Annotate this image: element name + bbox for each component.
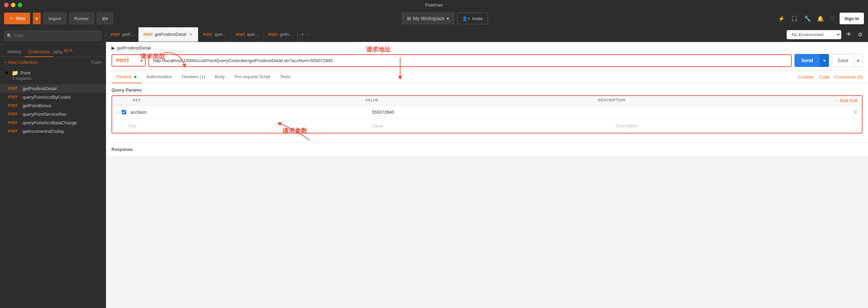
tab-name: quer...: [214, 32, 226, 37]
tab-method: POST: [143, 33, 153, 37]
window-title: Postman: [425, 2, 443, 8]
method-badge: POST: [8, 95, 21, 99]
titlebar: Postman: [0, 0, 868, 10]
trash-button[interactable]: Trash: [90, 60, 102, 65]
eye-icon[interactable]: 👁: [845, 30, 853, 39]
row-handle-icon: ≡: [116, 110, 119, 115]
add-tab-icon[interactable]: +: [301, 31, 304, 38]
param-key-placeholder[interactable]: Key: [127, 121, 371, 131]
param-value-placeholder[interactable]: Value: [371, 121, 614, 131]
cookies-link[interactable]: Cookies: [798, 74, 814, 80]
tab-2[interactable]: POST getProdInstDetail ✕: [139, 27, 198, 42]
tabs-right: No Environment 👁 ⚙: [787, 30, 868, 39]
method-select-wrap: POST GET PUT DELETE ▾: [111, 54, 146, 67]
workspace-button[interactable]: ⊞ My Workspace ▾: [402, 13, 454, 24]
params-header: KEY VALUE DESCRIPTION ··· Bulk Edit: [112, 96, 862, 106]
invite-icon: 👤+: [462, 16, 470, 21]
request-item[interactable]: POST queryPointServiceRec: [0, 110, 106, 118]
query-params-title: Query Params: [111, 83, 863, 95]
new-collection-button[interactable]: + New Collection: [4, 60, 38, 65]
breadcrumb-arrow: ▶: [111, 45, 115, 51]
collection-sub: 6 requests: [4, 76, 102, 81]
bell-icon[interactable]: 🔔: [816, 14, 825, 23]
tabs-actions: + ···: [298, 31, 315, 38]
tabs-bar: POST getP... POST getProdInstDetail ✕ PO…: [106, 27, 868, 42]
toolbar-right: ⚡ 🎧 🔧 🔔 ♡ Sign In: [777, 13, 864, 24]
search-icon: 🔍: [7, 33, 12, 38]
col-value-header: VALUE: [365, 98, 598, 103]
row-delete-button[interactable]: ✕: [853, 109, 858, 115]
request-item[interactable]: POST getIncomeAndOutlay: [0, 127, 106, 136]
request-name: getProdInstDetail: [23, 86, 57, 91]
request-list: POST getProdInstDetail POST queryPointAc…: [0, 83, 106, 137]
runner-button[interactable]: Runner: [69, 13, 94, 24]
tab-name: getP...: [122, 32, 133, 37]
fullscreen-button[interactable]: [18, 3, 22, 7]
tab-body[interactable]: Body: [210, 71, 230, 83]
collection-header[interactable]: ▼ 📁 Point: [4, 70, 102, 76]
new-dropdown-button[interactable]: ▾: [33, 13, 41, 24]
request-item[interactable]: POST queryPointAcctBalaChange: [0, 118, 106, 127]
environment-select[interactable]: No Environment: [787, 30, 841, 39]
tab-headers[interactable]: Headers (1): [177, 71, 210, 83]
code-link[interactable]: Code: [819, 74, 830, 80]
invite-button[interactable]: 👤+ Invite: [457, 13, 488, 24]
main-layout: 🔍 History Collections APIs BETA + New Co…: [0, 27, 868, 308]
tab-history[interactable]: History: [4, 47, 25, 57]
method-badge: POST: [8, 104, 21, 108]
toolbar-center: ⊞ My Workspace ▾ 👤+ Invite: [116, 13, 774, 24]
more-actions-icon[interactable]: ···: [835, 99, 839, 103]
save-button[interactable]: Save: [832, 54, 854, 67]
send-dropdown-button[interactable]: ▾: [820, 54, 829, 67]
save-dropdown-button[interactable]: ▾: [854, 54, 863, 67]
breadcrumb-text: getProdInstDetail: [117, 45, 151, 51]
send-button-group: Send ▾: [794, 54, 829, 67]
tab-collections[interactable]: Collections: [25, 47, 53, 57]
param-key-cell[interactable]: accNum: [129, 107, 370, 117]
request-name: getIncomeAndOutlay: [23, 129, 64, 134]
tab-5[interactable]: POST getIn...: [264, 27, 298, 42]
import-button[interactable]: Import: [43, 13, 66, 24]
main-content: 请求类型 请求地址 ▶ getProdInstDetail: [106, 42, 868, 308]
grid-icon: ⊞: [407, 16, 411, 21]
sign-in-button[interactable]: Sign In: [840, 13, 864, 24]
comments-link[interactable]: Comments (0): [834, 74, 863, 80]
param-value-cell[interactable]: 555072840: [370, 107, 612, 117]
send-button[interactable]: Send: [794, 54, 820, 67]
builder-button[interactable]: ⊞▾: [97, 13, 113, 24]
param-desc-placeholder: Description: [614, 121, 858, 131]
request-panel: ▶ getProdInstDetail POST GET PUT DELETE …: [106, 42, 868, 71]
new-button[interactable]: ＋ New: [4, 13, 30, 24]
method-select[interactable]: POST GET PUT DELETE: [111, 54, 146, 67]
tab-apis[interactable]: APIs BETA: [53, 49, 73, 55]
folder-icon: 📁: [12, 70, 18, 76]
filter-input[interactable]: [4, 31, 102, 41]
tab-1[interactable]: POST getP...: [106, 27, 139, 42]
tab-params[interactable]: Params: [111, 71, 141, 83]
tab-tests[interactable]: Tests: [275, 71, 295, 83]
request-item[interactable]: POST getPointBonus: [0, 101, 106, 110]
tab-3[interactable]: POST quer...: [198, 27, 231, 42]
sync-icon[interactable]: ⚡: [777, 14, 786, 23]
tab-prerequest[interactable]: Pre-request Script: [230, 71, 275, 83]
request-name: queryPointAcctBalaChange: [23, 120, 77, 125]
tab-4[interactable]: POST quer...: [231, 27, 264, 42]
sidebar: 🔍 History Collections APIs BETA + New Co…: [0, 27, 106, 308]
tab-authorization[interactable]: Authorization: [141, 71, 177, 83]
param-desc-cell[interactable]: [612, 110, 853, 115]
minimize-button[interactable]: [11, 3, 15, 7]
headphones-icon[interactable]: 🎧: [790, 14, 799, 23]
col-desc-header: DESCRIPTION: [598, 98, 830, 103]
row-checkbox[interactable]: [122, 110, 126, 114]
settings-icon[interactable]: ⚙: [856, 30, 864, 39]
bulk-edit-button[interactable]: Bulk Edit: [840, 98, 858, 103]
wrench-icon[interactable]: 🔧: [803, 14, 812, 23]
request-item[interactable]: POST queryPointAcctByCustId: [0, 93, 106, 101]
close-button[interactable]: [4, 3, 9, 7]
more-tabs-icon[interactable]: ···: [307, 31, 311, 38]
tab-close-button[interactable]: ✕: [188, 32, 193, 37]
url-input[interactable]: [149, 55, 791, 66]
heart-icon[interactable]: ♡: [829, 14, 836, 23]
request-item[interactable]: POST getProdInstDetail: [0, 84, 106, 93]
plus-icon: ＋: [9, 15, 14, 22]
